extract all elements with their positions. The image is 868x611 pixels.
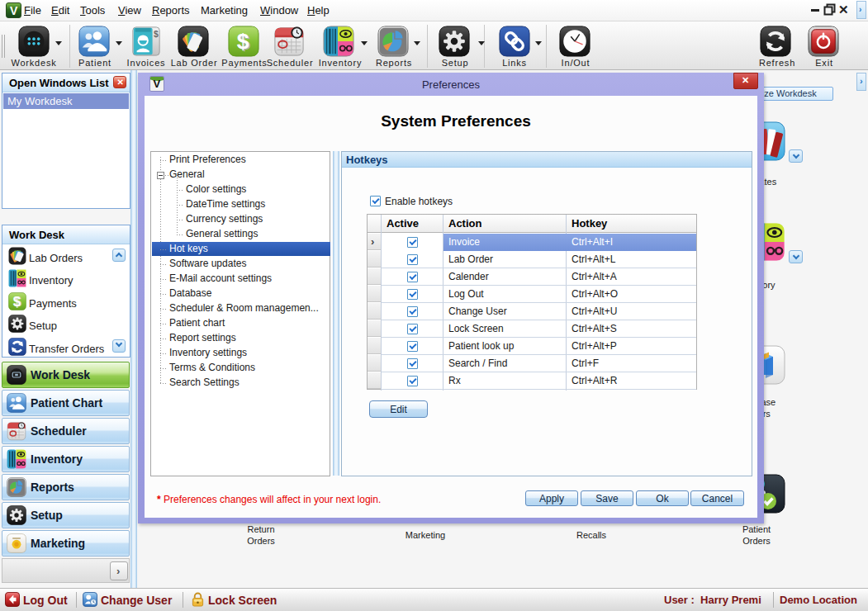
svg-text:$: $ [237, 29, 249, 54]
svg-text:$: $ [13, 293, 21, 308]
svg-text:$: $ [154, 30, 159, 39]
